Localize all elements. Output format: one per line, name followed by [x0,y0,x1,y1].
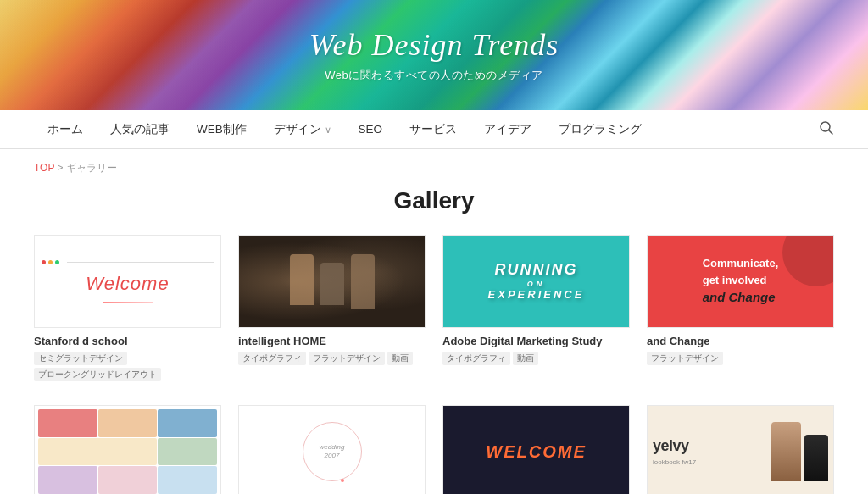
decorative-line [103,302,153,303]
gallery-item-circle[interactable]: wedding2007 [238,405,426,494]
gallery-thumb-stanford: Welcome [34,235,221,328]
dot-2 [48,260,53,264]
change-text: and Change [703,290,776,304]
gallery-info-adobe: Adobe Digital Marketing Study タイポグラフィ 動画 [442,328,630,369]
cell-5 [158,438,217,466]
gallery-item-adobe[interactable]: RUNNING ON EXPERIENCE Adobe Digital Mark… [442,235,630,385]
tag-broken: ブロークングリッドレイアウト [34,368,161,381]
running-text: RUNNING [488,261,585,280]
thumb-figures [290,254,375,309]
yelvy-subtitle: lookbook fw17 [653,458,696,466]
wedding-text: wedding2007 [320,443,345,461]
cell-1 [38,409,97,437]
yelvy-left: yelvy lookbook fw17 [653,437,696,466]
yelvy-figures [771,422,828,481]
breadcrumb-current: ギャラリー [66,162,117,174]
cell-6 [38,466,97,494]
nav-item-design[interactable]: デザイン ∨ [260,110,345,149]
nav-link-programming[interactable]: プログラミング [545,110,655,149]
nav-item-web[interactable]: WEB制作 [183,110,260,149]
tags-andchange: フラットデザイン [647,352,834,365]
svg-line-1 [829,130,833,134]
welcome-dark-text: WELCOME [486,442,586,462]
yelvy-fig-2 [804,435,828,481]
nav-link-home[interactable]: ホーム [34,110,97,149]
tags-home: タイポグラフィ フラットデザイン 動画 [238,352,426,365]
gallery-item-yelvy[interactable]: yelvy lookbook fw17 [647,405,834,494]
figure-2 [320,263,344,305]
nav-item-programming[interactable]: プログラミング [545,110,655,149]
gallery-item-fashion[interactable] [34,405,221,494]
cell-3 [158,409,217,437]
tags-adobe: タイポグラフィ 動画 [442,352,630,365]
andchange-text: Communicate,get involved and Change [696,248,786,314]
page-title: Gallery [34,187,834,214]
circle-dot [341,479,344,482]
site-subtitle: Webに関わるすべての人のためのメディア [325,68,543,83]
nav-item-idea[interactable]: アイデア [470,110,545,149]
gallery-item-intelligent-home[interactable]: intelligent HOME タイポグラフィ フラットデザイン 動画 [238,235,426,385]
search-button[interactable] [819,120,834,139]
circle-design: wedding2007 [303,422,362,481]
nav-link-seo[interactable]: SEO [345,110,397,149]
welcome-text: Welcome [86,273,169,295]
gallery-info-andchange: and Change フラットデザイン [647,328,834,369]
experience-text: EXPERIENCE [488,288,585,302]
gallery-item-andchange[interactable]: Communicate,get involved and Change and … [647,235,834,385]
nav-link-service[interactable]: サービス [396,110,470,149]
dot-3 [55,260,59,264]
gallery-info-home: intelligent HOME タイポグラフィ フラットデザイン 動画 [238,328,426,369]
gallery-item-welcome-dark[interactable]: WELCOME [442,405,630,494]
cell-8 [158,466,217,494]
gallery-thumb-home [238,235,426,328]
cell-2 [98,409,158,437]
tag-flat-home: フラットデザイン [309,352,385,365]
gallery-thumb-adobe: RUNNING ON EXPERIENCE [442,235,630,328]
cell-7 [98,466,158,494]
nav-links: ホーム 人気の記事 WEB制作 デザイン ∨ SEO サービス アイデア プログ… [34,110,655,149]
yelvy-fig-1 [771,422,801,481]
gallery-thumb-andchange: Communicate,get involved and Change [647,235,834,328]
tag-semi: セミグラットデザイン [34,352,127,365]
nav-link-popular[interactable]: 人気の記事 [97,110,183,149]
yelvy-name: yelvy [653,437,696,455]
main-nav: ホーム 人気の記事 WEB制作 デザイン ∨ SEO サービス アイデア プログ… [0,110,868,149]
nav-link-design[interactable]: デザイン ∨ [260,110,345,149]
nav-link-idea[interactable]: アイデア [470,110,545,149]
gallery-thumb-yelvy: yelvy lookbook fw17 [647,405,834,494]
nav-item-popular[interactable]: 人気の記事 [97,110,183,149]
nav-item-service[interactable]: サービス [396,110,470,149]
running-experience-text: RUNNING ON EXPERIENCE [488,261,585,302]
gallery-grid: Welcome Stanford d school セミグラットデザイン ブロー… [34,235,834,494]
gallery-item-stanford[interactable]: Welcome Stanford d school セミグラットデザイン ブロー… [34,235,221,385]
cell-4 [38,438,157,466]
nav-link-web[interactable]: WEB制作 [183,110,260,149]
nav-item-home[interactable]: ホーム [34,110,97,149]
tags-stanford: セミグラットデザイン ブロークングリッドレイアウト [34,352,221,381]
gallery-thumb-circle: wedding2007 [238,405,426,494]
gallery-thumb-fashion [34,405,221,494]
tag-flat-andchange: フラットデザイン [647,352,723,365]
gallery-title-adobe: Adobe Digital Marketing Study [442,335,630,347]
figure-1 [290,254,314,305]
breadcrumb-separator: > [58,162,66,174]
main-content: TOP > ギャラリー Gallery Welcome Stanford d s… [0,149,868,494]
gallery-title-andchange: and Change [647,335,834,347]
tag-typo-home: タイポグラフィ [238,352,306,365]
gallery-thumb-welcome-dark: WELCOME [442,405,630,494]
nav-item-seo[interactable]: SEO [345,110,397,149]
on-text: ON [488,280,585,289]
tag-video-home: 動画 [387,352,413,365]
tag-video-adobe: 動画 [513,352,538,365]
breadcrumb-top[interactable]: TOP [34,162,54,174]
gallery-title-stanford: Stanford d school [34,335,221,347]
search-icon [819,120,834,136]
dot-1 [42,260,46,264]
thumb-top-bar [42,260,214,264]
gallery-title-home: intelligent HOME [238,335,426,347]
breadcrumb: TOP > ギャラリー [34,149,834,179]
figure-3 [351,254,375,309]
tag-typo-adobe: タイポグラフィ [442,352,510,365]
site-title: Web Design Trends [309,27,559,63]
title-bar-line [67,262,214,263]
